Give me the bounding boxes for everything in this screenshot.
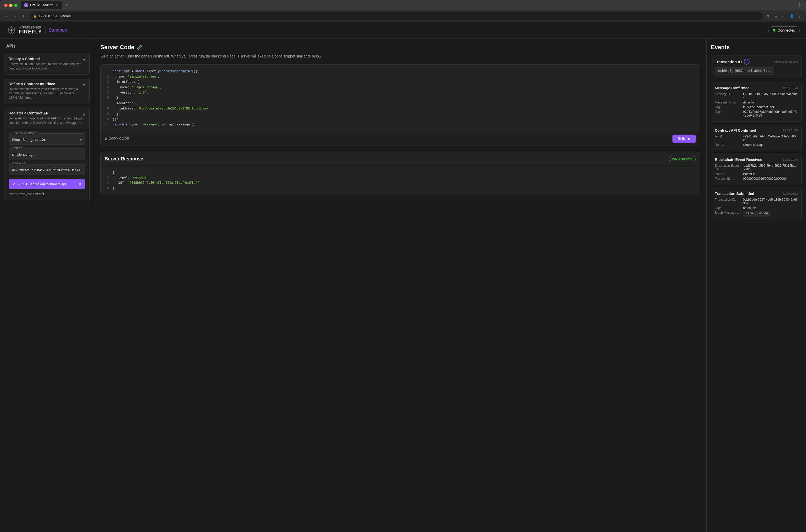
event-key: Batch Messages: xyxy=(715,211,741,216)
event-row: Tag: ff_define_contract_api xyxy=(715,105,798,109)
address-bar[interactable]: 🔒 127.0.0.1:5109/home xyxy=(30,12,763,20)
server-code-title: Server Code 🔗 xyxy=(100,44,700,51)
event-val: ff_define_contract_api xyxy=(743,105,774,109)
event-row: Name: BatchPin xyxy=(715,172,798,176)
accordion-header-deploy[interactable]: Deploy a Contract Follow the link on eac… xyxy=(4,53,89,74)
accordion-body-register: Contract Interface * ▾ Name * xyxy=(4,129,89,200)
event-time-msg-confirmed: 12:05:01.70 xyxy=(783,87,798,90)
active-tab[interactable]: FF FireFly Sandbox ✕ xyxy=(21,1,62,9)
accordion-subtitle-define: Upload the interface of your contract, d… xyxy=(8,87,83,100)
event-time-blockchain: 12:05:01.66 xyxy=(783,158,798,161)
forward-button[interactable]: › xyxy=(12,13,19,20)
event-title-msg-confirmed: Message Confirmed xyxy=(715,86,750,90)
new-tab-button[interactable]: + xyxy=(63,2,70,8)
event-time-contract-api: 12:05:01.70 xyxy=(783,129,798,132)
event-key: Message ID: xyxy=(715,92,741,99)
event-key: Protocol ID: xyxy=(715,177,741,180)
tab-label: FireFly Sandbox xyxy=(30,3,53,7)
name-wrapper: Name * xyxy=(8,148,85,160)
notification-text: POST Sent to /api/contracts/api xyxy=(18,182,76,186)
code-card: 1 const api = await firefly.createContra… xyxy=(100,64,700,146)
event-row: Type: batch_pin xyxy=(715,206,798,210)
event-row: Blockchain Event ID: d1d17b2e-c565-494a-… xyxy=(715,164,798,171)
event-key: Name: xyxy=(715,172,741,176)
sidebar: APIs Deploy a Contract Follow the link o… xyxy=(0,39,94,532)
brand-hl: HYPERLEDGER xyxy=(19,26,42,29)
event-row: Name: simple-storage xyxy=(715,143,798,147)
browser-window: FF FireFly Sandbox ✕ + ⋮ ‹ › ↻ 🔒 127.0.0… xyxy=(0,0,806,532)
firefly-logo-icon xyxy=(6,25,17,36)
event-row: Transaction ID: 0cbb6d0e-5637-4ed5-a89b-… xyxy=(715,198,798,205)
nav-actions: ⬆ ★ ▭ 👤 ⋮ xyxy=(765,13,803,20)
name-input[interactable] xyxy=(9,150,85,160)
event-row: Api ID: c9343f98-cf1d-4345-892a-711e5078… xyxy=(715,135,798,142)
txn-title: Transaction ID xyxy=(715,60,742,64)
transaction-id-card: Transaction ID ✓ a few seconds ago 0cbb6… xyxy=(711,55,802,78)
response-header: Server Response 202 Accepted xyxy=(100,152,700,166)
accordion-deploy-contract: Deploy a Contract Follow the link on eac… xyxy=(4,53,90,75)
response-line: 1 { xyxy=(105,170,696,175)
batch-messages-badge: f332b...df8d4 xyxy=(743,211,770,216)
event-blockchain-received: Blockchain Event Received 12:05:01.66 Bl… xyxy=(711,154,802,185)
event-row: Topic: 97943f8b696a693eb100b4aad346f3204… xyxy=(715,110,798,117)
chevron-up-icon-register: ▴ xyxy=(83,112,85,116)
code-line: 4 name: 'SimpleStorage', xyxy=(105,85,696,90)
copy-code-button[interactable]: ⧉ COPY CODE xyxy=(105,137,129,141)
brand-logo: HYPERLEDGER FIREFLY xyxy=(6,25,42,36)
accordion-header-define[interactable]: Define a Contract Interface Upload the i… xyxy=(4,78,89,104)
bookmark-button[interactable]: ★ xyxy=(772,13,779,20)
server-response-card: Server Response 202 Accepted 1 { 2 "type… xyxy=(100,152,700,195)
address-input[interactable] xyxy=(9,165,85,175)
event-message-confirmed: Message Confirmed 12:05:01.70 Message ID… xyxy=(711,82,802,122)
close-button[interactable] xyxy=(4,4,7,7)
code-line: 8 address: '0x76c8eafe3e75b4e201d072789c… xyxy=(105,106,696,111)
profile-button[interactable]: 👤 xyxy=(788,13,795,20)
notification-bar: ✓ POST Sent to /api/contracts/api ✕ xyxy=(8,179,85,189)
event-row: Batch Messages: f332b...df8d4 xyxy=(715,211,798,216)
event-transaction-submitted: Transaction Submitted 12:05:00.12 Transa… xyxy=(711,188,802,220)
event-val: definition xyxy=(743,101,755,104)
event-val: BatchPin xyxy=(743,172,755,176)
contract-interface-label: Contract Interface * xyxy=(12,131,38,135)
app-header: HYPERLEDGER FIREFLY Sandbox Connected xyxy=(0,22,806,39)
tab-close-button[interactable]: ✕ xyxy=(55,3,59,7)
response-line: 4 } xyxy=(105,186,696,191)
accordion-register-api: Register a Contract API Generate an inte… xyxy=(4,107,90,201)
event-title-blockchain: Blockchain Event Received xyxy=(715,157,762,162)
run-button[interactable]: RUN ▶ xyxy=(672,135,696,143)
notification-close-button[interactable]: ✕ xyxy=(78,182,81,187)
code-line: 6 }, xyxy=(105,95,696,101)
code-line: 5 version: '1.0', xyxy=(105,90,696,95)
contract-interface-field: Contract Interface * ▾ xyxy=(8,133,85,145)
svg-point-1 xyxy=(11,29,13,31)
txn-id-badge: 0cbb6d0e-5637-4ed5-a89b-3... xyxy=(715,67,774,74)
reader-button[interactable]: ▭ xyxy=(781,13,787,20)
brand-name: FIREFLY xyxy=(19,29,42,34)
connected-status-dot xyxy=(773,29,775,32)
share-button[interactable]: ⬆ xyxy=(765,13,771,20)
event-contract-api-confirmed-header: Contract API Confirmed 12:05:01.70 xyxy=(715,128,798,132)
chevron-down-icon-deploy: ▾ xyxy=(83,57,85,62)
event-val: c9343f98-cf1d-4345-892a-711e50780dc5 xyxy=(743,135,798,142)
contract-interface-input[interactable] xyxy=(12,138,80,141)
fullscreen-button[interactable] xyxy=(14,4,18,7)
status-badge: 202 Accepted xyxy=(669,156,696,162)
back-button[interactable]: ‹ xyxy=(3,13,10,20)
name-label: Name * xyxy=(12,146,23,150)
minimize-button[interactable] xyxy=(9,4,13,7)
accordion-title-define: Define a Contract Interface xyxy=(8,82,83,86)
browser-menu-button[interactable]: ⋮ xyxy=(797,2,802,8)
event-message-confirmed-header: Message Confirmed 12:05:01.70 xyxy=(715,86,798,90)
browser-options-button[interactable]: ⋮ xyxy=(796,13,803,20)
brand-separator xyxy=(45,26,45,34)
event-key: Topic: xyxy=(715,110,741,117)
reload-button[interactable]: ↻ xyxy=(21,13,28,20)
browser-nav: ‹ › ↻ 🔒 127.0.0.1:5109/home ⬆ ★ ▭ 👤 ⋮ xyxy=(0,11,806,22)
event-key: Blockchain Event ID: xyxy=(715,164,742,171)
code-line: 3 interface: { xyxy=(105,79,696,85)
accordion-header-register[interactable]: Register a Contract API Generate an inte… xyxy=(4,108,89,129)
dropdown-arrow-icon: ▾ xyxy=(80,137,82,142)
tab-favicon: FF xyxy=(24,3,28,7)
events-title: Events xyxy=(711,44,802,51)
code-footer: ⧉ COPY CODE RUN ▶ xyxy=(100,132,700,146)
